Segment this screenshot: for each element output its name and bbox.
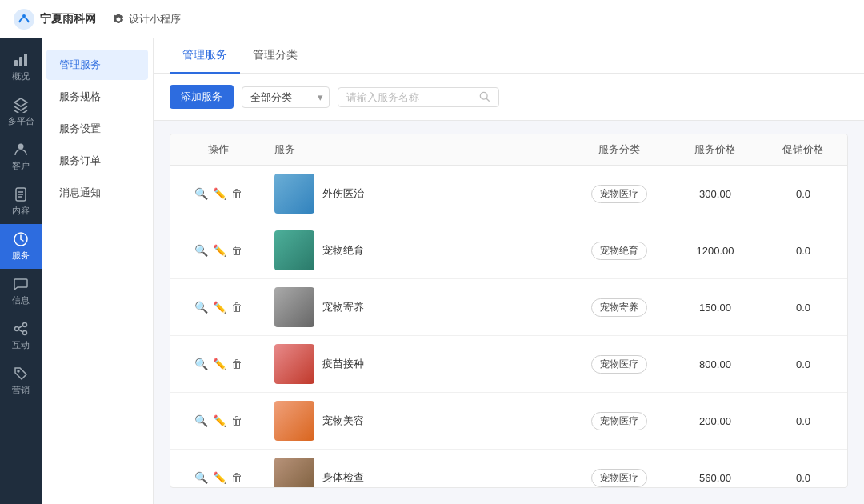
sidebar-item-notification[interactable]: 消息通知 (46, 178, 148, 208)
service-name: 宠物寄养 (322, 300, 364, 314)
svg-line-15 (486, 98, 489, 101)
search-wrap (338, 87, 499, 107)
sidebar-item-service[interactable]: 服务 (0, 224, 42, 269)
service-icon (13, 231, 29, 247)
row-price: 150.00 (671, 302, 759, 314)
service-table: 操作 服务 服务分类 服务价格 促销价格 🔍 ✏️ 🗑 (170, 134, 848, 488)
sidebar-label-info: 信息 (12, 294, 30, 306)
interact-icon (13, 321, 29, 337)
edit-icon[interactable]: ✏️ (213, 358, 226, 370)
add-service-button[interactable]: 添加服务 (170, 85, 234, 109)
sidebar-label-interaction: 互动 (12, 339, 30, 351)
content-wrapper: 管理服务 管理分类 添加服务 全部分类 宠物医疗 宠物绝育 宠物寄养 ▾ (154, 38, 864, 504)
row-promo: 0.0 (759, 188, 847, 200)
edit-icon[interactable]: ✏️ (213, 244, 226, 257)
row-category: 宠物医疗 (567, 355, 671, 374)
table-row: 🔍 ✏️ 🗑 宠物绝育 宠物绝育 1200.00 0.0 (170, 222, 847, 279)
header-category: 服务分类 (567, 142, 671, 157)
sidebar-item-info[interactable]: 信息 (0, 269, 42, 314)
sidebar-item-service-spec[interactable]: 服务规格 (46, 82, 148, 112)
view-icon[interactable]: 🔍 (194, 244, 208, 257)
sidebar-item-service-setting[interactable]: 服务设置 (46, 114, 148, 144)
content-area: 管理服务 管理分类 添加服务 全部分类 宠物医疗 宠物绝育 宠物寄养 ▾ (154, 38, 864, 504)
delete-icon[interactable]: 🗑 (231, 301, 242, 314)
sidebar-item-content[interactable]: 内容 (0, 179, 42, 224)
view-icon[interactable]: 🔍 (194, 187, 208, 200)
edit-icon[interactable]: ✏️ (213, 187, 226, 200)
row-service: 宠物绝育 (266, 230, 567, 270)
service-image (274, 287, 314, 327)
action-icons: 🔍 ✏️ 🗑 (170, 187, 266, 200)
sidebar-label-overview: 概况 (12, 70, 30, 82)
sidebar-item-interaction[interactable]: 互动 (0, 314, 42, 358)
row-service: 宠物美容 (266, 401, 567, 441)
delete-icon[interactable]: 🗑 (231, 244, 242, 257)
svg-point-0 (14, 9, 34, 30)
table-header: 操作 服务 服务分类 服务价格 促销价格 (170, 134, 847, 166)
view-icon[interactable]: 🔍 (194, 358, 208, 370)
category-select[interactable]: 全部分类 宠物医疗 宠物绝育 宠物寄养 (242, 86, 330, 108)
doc-icon (13, 186, 29, 202)
sidebar-item-service-order[interactable]: 服务订单 (46, 146, 148, 176)
service-name: 身体检查 (322, 470, 364, 485)
svg-rect-2 (14, 60, 18, 66)
sidebar-label-customer: 客户 (12, 160, 30, 172)
row-price: 560.00 (671, 472, 759, 484)
logo-icon (13, 8, 35, 30)
table-row: 🔍 ✏️ 🗑 宠物寄养 宠物寄养 150.00 0.0 (170, 279, 847, 336)
sidebar-item-marketing[interactable]: 营销 (0, 358, 42, 403)
action-icons: 🔍 ✏️ 🗑 (170, 244, 266, 257)
delete-icon[interactable]: 🗑 (231, 471, 242, 484)
view-icon[interactable]: 🔍 (194, 414, 208, 427)
action-icons: 🔍 ✏️ 🗑 (170, 471, 266, 484)
sidebar-light: 管理服务 服务规格 服务设置 服务订单 消息通知 (42, 38, 154, 504)
sidebar-item-customer[interactable]: 客户 (0, 134, 42, 179)
tab-manage-service[interactable]: 管理服务 (170, 38, 240, 74)
sidebar-item-multiplatform[interactable]: 多平台 (0, 90, 42, 134)
category-badge: 宠物寄养 (591, 298, 647, 317)
row-price: 1200.00 (671, 245, 759, 257)
service-image (274, 344, 314, 384)
header-action: 操作 (170, 142, 266, 157)
svg-point-10 (15, 327, 19, 331)
edit-icon[interactable]: ✏️ (213, 471, 226, 484)
search-input[interactable] (346, 91, 474, 103)
row-service: 外伤医治 (266, 174, 567, 214)
row-promo: 0.0 (759, 245, 847, 257)
gear-icon (112, 13, 125, 26)
delete-icon[interactable]: 🗑 (231, 414, 242, 427)
row-category: 宠物绝育 (567, 242, 671, 260)
row-action: 🔍 ✏️ 🗑 (170, 358, 266, 370)
sidebar-item-overview[interactable]: 概况 (0, 45, 42, 90)
action-icons: 🔍 ✏️ 🗑 (170, 301, 266, 314)
svg-point-5 (18, 144, 24, 150)
category-badge: 宠物医疗 (591, 355, 647, 374)
row-service: 宠物寄养 (266, 287, 567, 327)
delete-icon[interactable]: 🗑 (231, 187, 242, 200)
row-service: 身体检查 (266, 458, 567, 488)
delete-icon[interactable]: 🗑 (231, 358, 242, 370)
edit-icon[interactable]: ✏️ (213, 301, 226, 314)
tab-manage-category[interactable]: 管理分类 (240, 38, 310, 74)
logo-text: 宁夏雨科网 (40, 12, 96, 26)
row-category: 宠物医疗 (567, 469, 671, 487)
category-badge: 宠物医疗 (591, 469, 647, 487)
sidebar-label-service: 服务 (12, 250, 30, 262)
table-row: 🔍 ✏️ 🗑 宠物美容 宠物医疗 200.00 0.0 (170, 393, 847, 450)
row-action: 🔍 ✏️ 🗑 (170, 471, 266, 484)
chart-icon (13, 52, 29, 68)
edit-icon[interactable]: ✏️ (213, 414, 226, 427)
view-icon[interactable]: 🔍 (194, 301, 208, 314)
sidebar-label-multiplatform: 多平台 (8, 115, 34, 127)
person-icon (13, 142, 29, 158)
search-icon (479, 91, 490, 102)
action-icons: 🔍 ✏️ 🗑 (170, 414, 266, 427)
service-image (274, 174, 314, 214)
view-icon[interactable]: 🔍 (194, 471, 208, 484)
category-badge: 宠物医疗 (591, 412, 647, 430)
row-category: 宠物寄养 (567, 298, 671, 317)
design-miniprogram[interactable]: 设计小程序 (112, 12, 181, 26)
sidebar-item-manage-service[interactable]: 管理服务 (46, 50, 148, 80)
svg-rect-3 (19, 57, 22, 66)
logo: 宁夏雨科网 (13, 8, 96, 30)
